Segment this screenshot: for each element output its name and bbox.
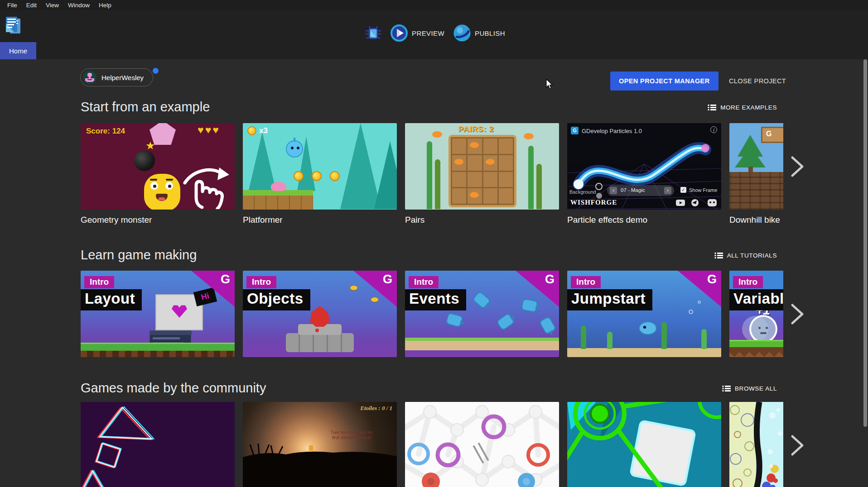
debug-icon[interactable] bbox=[365, 25, 381, 41]
tutorial-title: Variables bbox=[729, 289, 783, 310]
intro-tag: Intro bbox=[571, 276, 601, 288]
neon-rings-art bbox=[567, 402, 721, 487]
score-hud: Score: 124 bbox=[86, 127, 125, 136]
tutorials-next-chevron[interactable] bbox=[789, 302, 805, 326]
open-project-manager-button[interactable]: OPEN PROJECT MANAGER bbox=[610, 72, 719, 91]
silhouette-ground bbox=[243, 443, 397, 487]
coin-icon bbox=[312, 171, 322, 181]
community-card-neon-rings[interactable] bbox=[567, 402, 721, 487]
tutorials-section-title: Learn game making bbox=[81, 248, 197, 263]
examples-next-chevron[interactable] bbox=[789, 155, 805, 178]
hint-line: leur sautant dessus bbox=[320, 435, 383, 440]
menu-edit[interactable]: Edit bbox=[22, 2, 41, 9]
gdevelop-logo: G bbox=[383, 272, 392, 286]
user-profile-chip[interactable]: HelperWesley bbox=[80, 68, 153, 86]
intro-tag: Intro bbox=[246, 276, 276, 288]
sand-platform bbox=[405, 338, 559, 350]
fish-icon bbox=[496, 313, 516, 331]
card-label[interactable]: Downhill bike bbox=[729, 215, 783, 225]
example-card-geometry-monster[interactable]: Score: 124 ♥♥♥ ★ bbox=[81, 123, 235, 210]
example-card-particles[interactable]: G GDevelop Particles 1.0 i Background ‹ … bbox=[567, 123, 721, 210]
community-next-chevron[interactable] bbox=[789, 434, 805, 457]
bomb-icon bbox=[134, 150, 155, 171]
hint-text: Tuer les monstres en leur sautant dessus bbox=[320, 430, 383, 440]
community-card-bubbles[interactable] bbox=[729, 402, 783, 487]
community-section-title: Games made by the community bbox=[81, 381, 266, 396]
project-manager-icon[interactable] bbox=[5, 16, 21, 35]
menu-file[interactable]: File bbox=[3, 2, 22, 9]
preview-label: PREVIEW bbox=[412, 29, 444, 37]
card-label[interactable]: Particle effects demo bbox=[567, 215, 725, 225]
tutorial-card-layout[interactable]: Hi G Intro Layout bbox=[81, 271, 235, 357]
preview-button[interactable]: PREVIEW bbox=[391, 24, 444, 42]
example-card-downhill-bike[interactable]: G bbox=[729, 123, 783, 210]
effect-selector[interactable]: ‹ 07 - Magic › bbox=[607, 185, 674, 196]
toolbar: PREVIEW PUBLISH Home bbox=[0, 10, 868, 59]
tutorial-title: Jumpstart bbox=[567, 289, 652, 310]
community-card-glitch-shapes[interactable] bbox=[81, 402, 235, 487]
community-card-hex-puzzle[interactable] bbox=[405, 402, 559, 487]
seaweed bbox=[536, 164, 542, 209]
more-examples-link[interactable]: MORE EXAMPLES bbox=[708, 104, 777, 111]
fish-icon bbox=[445, 312, 463, 328]
fish-icon bbox=[539, 316, 557, 335]
card-label[interactable]: Pairs bbox=[405, 215, 563, 225]
publish-label: PUBLISH bbox=[475, 29, 505, 37]
pine-tree bbox=[374, 141, 397, 209]
coin-icon bbox=[330, 171, 340, 181]
close-project-button[interactable]: CLOSE PROJECT bbox=[723, 72, 792, 91]
prev-arrow-icon[interactable]: ‹ bbox=[610, 187, 617, 194]
player-character bbox=[286, 140, 303, 158]
menu-view[interactable]: View bbox=[41, 2, 63, 9]
gdevelop-logo: G bbox=[545, 272, 555, 286]
tutorial-card-objects[interactable]: G Intro Objects bbox=[243, 271, 397, 357]
tutorial-card-events[interactable]: G Intro Events bbox=[405, 271, 559, 357]
vertical-scrollbar[interactable] bbox=[863, 59, 867, 427]
show-frame-checkbox[interactable]: ✓ bbox=[680, 187, 686, 193]
background-swatch[interactable] bbox=[596, 193, 602, 199]
publish-button[interactable]: PUBLISH bbox=[453, 24, 505, 42]
robot-avatar-icon bbox=[85, 72, 95, 82]
example-card-platformer[interactable]: x3 bbox=[243, 123, 397, 210]
social-icons[interactable] bbox=[676, 199, 718, 207]
ghost-character bbox=[749, 315, 777, 343]
menu-help[interactable]: Help bbox=[94, 2, 116, 9]
tutorial-card-variables[interactable]: +1 G Intro Variables bbox=[729, 271, 783, 357]
app-window: File Edit View Window Help bbox=[0, 0, 868, 487]
pine-tree bbox=[340, 123, 381, 209]
all-tutorials-link[interactable]: ALL TUTORIALS bbox=[714, 252, 777, 259]
example-card-pairs[interactable]: PAIRS: 2 bbox=[405, 123, 559, 210]
intro-tag: Intro bbox=[84, 276, 114, 288]
browse-all-link[interactable]: BROWSE ALL bbox=[722, 385, 777, 392]
background-label: Background bbox=[569, 189, 596, 195]
slime-character bbox=[271, 182, 286, 191]
wishforge-logo: WISHFORGE bbox=[570, 199, 617, 206]
tutorial-card-jumpstart[interactable]: G Intro Jumpstart bbox=[567, 271, 721, 357]
grass-strip bbox=[81, 343, 235, 351]
seaweed bbox=[661, 322, 667, 349]
coin-icon bbox=[247, 126, 256, 135]
card-label[interactable]: Geometry monster bbox=[81, 215, 238, 225]
card-label[interactable]: Platformer bbox=[243, 215, 400, 225]
tutorial-title: Objects bbox=[243, 289, 310, 310]
intro-tag: Intro bbox=[409, 276, 439, 288]
examples-card-row: Score: 124 ♥♥♥ ★ bbox=[81, 123, 783, 210]
mouse-cursor bbox=[546, 79, 554, 90]
menu-window[interactable]: Window bbox=[63, 2, 94, 9]
menu-bar: File Edit View Window Help bbox=[0, 0, 868, 10]
list-icon bbox=[714, 252, 723, 259]
background-swatch[interactable] bbox=[595, 183, 603, 190]
list-icon bbox=[722, 385, 731, 392]
info-icon[interactable]: i bbox=[710, 126, 717, 133]
community-card-sunset[interactable]: Etoiles : 0 / 1 Tuer les monstres en leu… bbox=[243, 402, 397, 487]
dirt-ground bbox=[729, 172, 783, 210]
seaweed bbox=[435, 159, 440, 209]
tab-home[interactable]: Home bbox=[0, 42, 36, 59]
heart-sprite bbox=[172, 304, 187, 318]
next-arrow-icon[interactable]: › bbox=[664, 187, 671, 194]
show-frame-label: Show Frame bbox=[689, 187, 717, 193]
dirt-spikes bbox=[729, 347, 783, 357]
tutorial-title: Events bbox=[405, 289, 466, 310]
preview-play-icon bbox=[391, 24, 408, 42]
seaweed bbox=[701, 329, 707, 349]
